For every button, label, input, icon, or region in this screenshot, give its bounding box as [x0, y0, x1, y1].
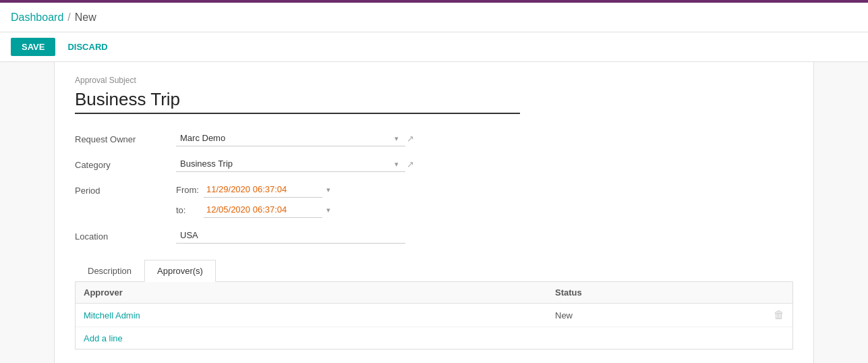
period-from-prefix: From:: [176, 185, 200, 195]
action-bar: SAVE DISCARD: [0, 32, 868, 62]
breadcrumb-current: New: [75, 11, 96, 24]
period-from-input[interactable]: [204, 182, 322, 198]
add-line-row: Add a line: [76, 327, 792, 349]
approval-subject-input[interactable]: [75, 89, 520, 114]
category-select[interactable]: Business Trip: [176, 156, 405, 172]
col-status-header: Status: [555, 287, 757, 298]
category-value-wrapper: Business Trip ▾ ↗: [176, 156, 414, 172]
category-row: Category Business Trip ▾ ↗: [75, 156, 793, 172]
discard-button[interactable]: DISCARD: [61, 38, 114, 56]
approver-name[interactable]: Mitchell Admin: [84, 310, 555, 320]
request-owner-row: Request Owner Marc Demo ▾ ↗: [75, 130, 793, 146]
tab-approvers[interactable]: Approver(s): [144, 260, 216, 282]
add-line-link[interactable]: Add a line: [84, 333, 123, 343]
period-row: Period From: ▾ to: ▾: [75, 182, 793, 218]
breadcrumb-separator: /: [67, 11, 70, 24]
request-owner-select-wrapper: Marc Demo ▾: [176, 130, 399, 146]
period-to-input[interactable]: [204, 202, 322, 218]
category-select-wrapper: Business Trip ▾: [176, 156, 399, 172]
location-value-wrapper: [176, 227, 405, 244]
period-fields: From: ▾ to: ▾: [176, 182, 330, 218]
category-external-link-icon[interactable]: ↗: [407, 159, 414, 169]
period-to-line: to: ▾: [176, 202, 330, 218]
approval-subject-label: Approval Subject: [75, 76, 793, 85]
form-fields: Request Owner Marc Demo ▾ ↗ Category Bus…: [75, 130, 793, 244]
location-label: Location: [75, 227, 176, 242]
save-button[interactable]: SAVE: [11, 38, 55, 56]
tab-description[interactable]: Description: [75, 260, 144, 282]
request-owner-label: Request Owner: [75, 130, 176, 144]
approvers-table-header: Approver Status: [76, 282, 792, 304]
request-owner-value-wrapper: Marc Demo ▾ ↗: [176, 130, 414, 146]
tab-content-approvers: Approver Status Mitchell Admin New 🗑 Add…: [75, 282, 793, 350]
location-row: Location: [75, 227, 793, 244]
period-to-arrow[interactable]: ▾: [326, 206, 330, 215]
period-to-prefix: to:: [176, 205, 200, 215]
category-label: Category: [75, 156, 176, 170]
breadcrumb-bar: Dashboard / New: [0, 3, 868, 32]
main-form: Approval Subject Request Owner Marc Demo…: [54, 62, 814, 363]
period-from-arrow[interactable]: ▾: [326, 186, 330, 194]
location-input[interactable]: [176, 227, 405, 244]
col-actions-header: [757, 287, 784, 298]
tabs-container: Description Approver(s): [75, 260, 793, 282]
col-approver-header: Approver: [84, 287, 555, 298]
approver-status: New: [555, 310, 757, 320]
table-row: Mitchell Admin New 🗑: [76, 304, 792, 327]
breadcrumb-dashboard[interactable]: Dashboard: [11, 11, 63, 24]
approver-actions: 🗑: [757, 309, 784, 321]
period-label: Period: [75, 182, 176, 196]
delete-approver-icon[interactable]: 🗑: [774, 309, 784, 321]
request-owner-select[interactable]: Marc Demo: [176, 130, 405, 146]
period-from-line: From: ▾: [176, 182, 330, 198]
request-owner-external-link-icon[interactable]: ↗: [407, 134, 414, 144]
